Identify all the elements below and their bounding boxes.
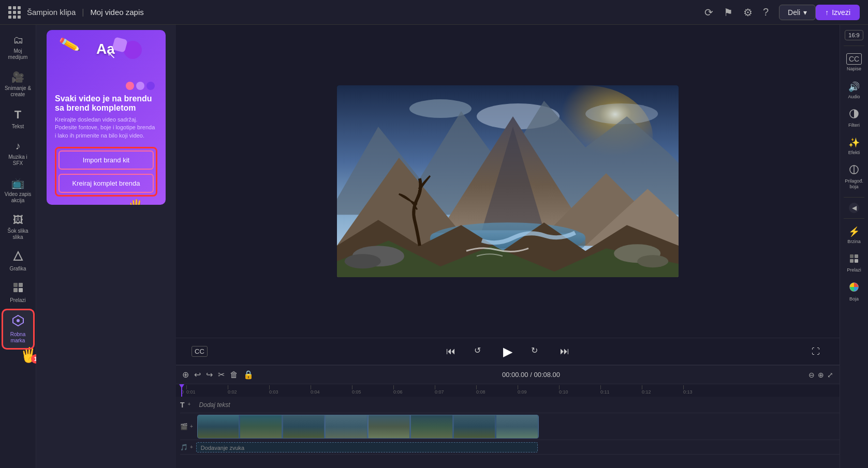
timeline-area: ⊕ ↩ ↪ ✂ 🗑 🔒 00:00.00 / 00:08.00 ⊖ ⊕ ⤢ <box>176 365 840 468</box>
color-icon <box>849 282 859 295</box>
svg-rect-2 <box>19 283 23 287</box>
speed-icon: ⚡ <box>848 226 860 237</box>
undo-button[interactable]: ↩ <box>194 370 201 380</box>
redo-button[interactable]: ↪ <box>206 370 213 380</box>
rs-item-brzina[interactable]: ⚡ Brzina <box>841 222 867 249</box>
main-area: 🗂 Moj medijum 🎥 Snimanje & create T Teks… <box>0 25 868 468</box>
back5-button[interactable]: ↺ <box>470 343 489 360</box>
audio-track: 🎵 + Dodavanje zvuka <box>180 440 840 455</box>
create-brand-kit-button[interactable]: Kreiraj komplet brenda <box>58 174 154 193</box>
timeline-toolbar: ⊕ ↩ ↪ ✂ 🗑 🔒 00:00.00 / 00:08.00 ⊖ ⊕ ⤢ <box>176 366 840 384</box>
audio-track-strip: Dodavanje zvuka <box>196 442 538 452</box>
import-brand-kit-button[interactable]: Import brand kit <box>58 150 154 170</box>
doc-name: Moj video zapis <box>90 8 143 17</box>
cursor-hand-1: 🖐 1 <box>20 346 38 364</box>
zoom-in-button[interactable]: ⊕ <box>818 371 824 379</box>
rs-item-napise[interactable]: CC Napise <box>841 49 867 76</box>
cut-button[interactable]: ✂ <box>218 370 225 380</box>
zoom-fit-button[interactable]: ⤢ <box>827 371 833 379</box>
color-adjust-icon <box>849 165 859 177</box>
video-track: 🎬 + <box>180 413 840 440</box>
sidebar-item-grafika[interactable]: Grafika <box>3 247 34 276</box>
sidebar-item-label: Prelazi <box>10 297 26 304</box>
flag-icon[interactable]: ⚑ <box>724 6 733 19</box>
svg-rect-31 <box>855 254 858 258</box>
fwd5-button[interactable]: ↻ <box>527 343 546 360</box>
collapse-panel-button[interactable]: ◀ <box>849 203 859 213</box>
fullscreen-button[interactable]: ⛶ <box>807 345 824 358</box>
sidebar-item-slika[interactable]: 🖼 Šok slika slika <box>3 210 34 245</box>
sidebar-item-muzika[interactable]: ♪ Muzika i SFX <box>3 136 34 171</box>
svg-point-22 <box>345 254 381 268</box>
cc-button[interactable]: CC <box>192 346 208 357</box>
sidebar-item-prelazi[interactable]: Prelazi <box>3 278 34 308</box>
rs-item-audio[interactable]: 🔊 Audio <box>841 77 867 104</box>
cursor-hand-2: 🖐 2 <box>127 199 145 205</box>
zoom-out-button[interactable]: ⊖ <box>808 371 815 379</box>
rewind-button[interactable]: ⏮ <box>442 344 460 359</box>
svg-marker-0 <box>14 252 22 260</box>
rs-item-prelazi[interactable]: Prelazi <box>841 250 867 277</box>
record-icon: 🎥 <box>11 71 24 83</box>
brand-card-desc: Kreirajte dosledan video sadržaj. Podesi… <box>55 116 157 140</box>
brand-icon <box>12 314 24 329</box>
brand-panel: ✏️ Aa ↖ Svaki video je na brend <box>36 25 176 468</box>
svg-rect-1 <box>13 283 18 287</box>
music-icon: ♪ <box>16 140 21 152</box>
sidebar-item-moj-medijum[interactable]: 🗂 Moj medijum <box>3 30 34 65</box>
lock-button[interactable]: 🔒 <box>243 370 254 380</box>
share-icon[interactable]: ⟳ <box>704 6 713 19</box>
rs-item-boja[interactable]: Prilagođ. boja <box>841 161 867 194</box>
timeline-zoom: ⊖ ⊕ ⤢ <box>808 371 833 379</box>
action-buttons: Deli ▾ ↑ Izvezi <box>779 5 860 20</box>
timeline-time: 00:00.00 / 00:08.00 <box>502 371 560 379</box>
brand-kit-card: ✏️ Aa ↖ Svaki video je na brend <box>47 30 166 205</box>
sidebar-item-video-zapis[interactable]: 📺 Video zapis akcija <box>3 173 34 208</box>
media-icon: 🗂 <box>13 34 23 46</box>
topbar-left: Šampion klipa | Moj video zapis <box>8 6 144 19</box>
rs-item-efekti[interactable]: ✨ Efekti <box>841 133 867 160</box>
app-name: Šampion klipa <box>27 8 76 17</box>
playhead[interactable] <box>181 384 182 397</box>
magnet-tool[interactable]: ⊕ <box>182 370 189 380</box>
right-sidebar: 16:9 CC Napise 🔊 Audio Filteri ✨ Efekti … <box>840 25 868 468</box>
svg-rect-32 <box>850 259 854 263</box>
rs-item-boja2[interactable]: Boja <box>841 278 867 306</box>
rs-item-label: Prilagođ. boja <box>843 178 865 190</box>
transitions-rs-icon <box>849 254 859 266</box>
ruler-ticks: 0 0:01 0:02 0:03 0:04 0:05 0:06 0:07 0:0… <box>176 385 725 396</box>
brand-card-decoration: ✏️ Aa ↖ <box>55 38 157 90</box>
sidebar-item-label: Moj medijum <box>5 48 32 61</box>
export-button[interactable]: ↑ Izvezi <box>816 5 860 20</box>
delete-button[interactable]: 🗑 <box>230 370 238 380</box>
settings-icon[interactable]: ⚙ <box>743 6 753 19</box>
filter-icon <box>849 109 859 121</box>
sidebar-item-snimanje[interactable]: 🎥 Snimanje & create <box>3 67 34 102</box>
sidebar-item-label: Muzika i SFX <box>5 154 32 167</box>
rs-item-label: Napise <box>847 66 861 72</box>
timeline-tools: ⊕ ↩ ↪ ✂ 🗑 🔒 <box>182 370 254 380</box>
aspect-ratio-selector[interactable]: 16:9 <box>845 30 863 40</box>
video-preview-area <box>176 25 840 338</box>
help-icon[interactable]: ? <box>763 6 769 18</box>
rs-item-label: Boja <box>849 296 859 302</box>
rs-item-label: Filteri <box>848 123 860 128</box>
rs-item-label: Brzina <box>847 239 861 245</box>
sidebar-item-label: Robna marka <box>5 331 31 344</box>
play-button[interactable]: ▶ <box>499 342 517 361</box>
sidebar-item-tekst[interactable]: T Tekst <box>3 104 34 134</box>
share-button[interactable]: Deli ▾ <box>779 5 816 20</box>
center-area: CC ⏮ ↺ ▶ ↻ ⏭ ⛶ ⊕ ↩ ↪ ✂ <box>176 25 840 468</box>
svg-rect-4 <box>19 288 23 292</box>
pencil-deco: ✏️ <box>58 34 81 56</box>
skip-button[interactable]: ⏭ <box>556 344 573 359</box>
rs-item-label: Efekti <box>848 150 860 156</box>
svg-rect-3 <box>13 288 18 292</box>
grid-menu-icon[interactable] <box>8 6 21 19</box>
sidebar-item-robna-marka[interactable]: Robna marka 🖐 1 <box>3 310 34 349</box>
timeline-tracks: T + Dodaj tekst 🎬 + <box>176 397 840 455</box>
audio-icon: 🔊 <box>848 81 860 93</box>
rs-item-filteri[interactable]: Filteri <box>841 105 867 132</box>
topbar: Šampion klipa | Moj video zapis ⟳ ⚑ ⚙ ? … <box>0 0 868 25</box>
text-track: T + Dodaj tekst <box>180 397 840 413</box>
